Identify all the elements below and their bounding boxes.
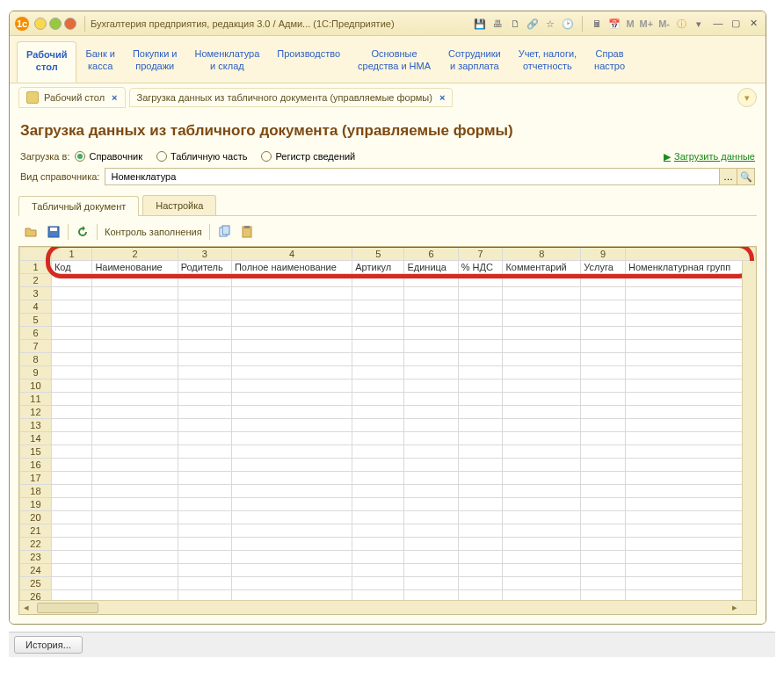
cell[interactable]	[581, 576, 626, 589]
history-button[interactable]: История...	[14, 636, 83, 654]
cell[interactable]	[178, 576, 231, 589]
row-header[interactable]: 7	[20, 339, 52, 352]
cell[interactable]	[51, 445, 91, 458]
cell[interactable]	[178, 484, 231, 497]
cell[interactable]	[503, 286, 581, 300]
cell[interactable]	[503, 563, 581, 576]
cell[interactable]	[51, 405, 91, 418]
cell[interactable]	[458, 273, 503, 286]
row-header[interactable]: 15	[20, 445, 52, 458]
cell[interactable]	[458, 418, 503, 431]
cell[interactable]	[231, 379, 352, 392]
cell[interactable]	[581, 339, 626, 352]
cell[interactable]	[458, 497, 503, 510]
cell[interactable]	[51, 484, 91, 497]
cell[interactable]	[178, 445, 231, 458]
col-header[interactable]	[625, 247, 755, 260]
row-header[interactable]: 5	[20, 313, 52, 326]
cell[interactable]	[458, 300, 503, 313]
cell[interactable]	[51, 392, 91, 405]
cell[interactable]	[581, 431, 626, 445]
cell[interactable]	[352, 576, 404, 589]
cell[interactable]	[92, 576, 178, 589]
cell[interactable]	[458, 576, 503, 589]
cell[interactable]	[92, 379, 178, 392]
fill-control-button[interactable]: Контроль заполнения	[103, 227, 204, 237]
cell[interactable]	[92, 273, 178, 286]
cell[interactable]	[178, 431, 231, 445]
col-header[interactable]: 9	[581, 247, 626, 260]
cell[interactable]	[458, 550, 503, 563]
cell[interactable]	[51, 286, 91, 300]
cell[interactable]	[178, 313, 231, 326]
cell[interactable]	[458, 510, 503, 524]
cell[interactable]	[581, 497, 626, 510]
cell[interactable]	[404, 352, 458, 365]
cell[interactable]	[51, 379, 91, 392]
cell[interactable]	[231, 352, 352, 365]
cell[interactable]	[404, 379, 458, 392]
radio-register[interactable]: Регистр сведений	[261, 151, 355, 162]
cell[interactable]	[231, 563, 352, 576]
cell[interactable]	[51, 431, 91, 445]
subtab-document[interactable]: Табличный документ	[18, 196, 139, 216]
cell[interactable]	[503, 313, 581, 326]
cell[interactable]	[231, 537, 352, 550]
cell[interactable]	[581, 550, 626, 563]
cell[interactable]	[503, 445, 581, 458]
cell[interactable]	[581, 510, 626, 524]
row-header[interactable]: 2	[20, 273, 52, 286]
cell[interactable]	[581, 484, 626, 497]
cell[interactable]	[625, 300, 755, 313]
maximize-button[interactable]: ▢	[729, 17, 743, 31]
cell[interactable]	[92, 550, 178, 563]
cell[interactable]	[625, 458, 755, 471]
cell[interactable]	[503, 392, 581, 405]
cell[interactable]	[503, 576, 581, 589]
cell[interactable]	[178, 563, 231, 576]
cell[interactable]	[352, 510, 404, 524]
cell[interactable]	[178, 510, 231, 524]
cell[interactable]	[352, 300, 404, 313]
cell[interactable]	[352, 405, 404, 418]
cell[interactable]	[625, 313, 755, 326]
cell[interactable]	[458, 563, 503, 576]
cell[interactable]	[458, 431, 503, 445]
cell[interactable]	[581, 273, 626, 286]
cell[interactable]	[581, 352, 626, 365]
row-header[interactable]: 14	[20, 431, 52, 445]
header-cell[interactable]: % НДС	[458, 260, 503, 273]
cell[interactable]	[178, 379, 231, 392]
row-header[interactable]: 1	[20, 260, 52, 273]
nav-accounting[interactable]: Учет, налоги,отчетность	[510, 41, 585, 83]
row-header[interactable]: 8	[20, 352, 52, 365]
cell[interactable]	[625, 550, 755, 563]
m-plus-button[interactable]: M+	[639, 17, 655, 31]
cell[interactable]	[404, 339, 458, 352]
open-file-icon[interactable]	[22, 223, 40, 241]
history-icon[interactable]: 🕑	[561, 17, 575, 31]
cell[interactable]	[352, 392, 404, 405]
spreadsheet[interactable]: 1234567891КодНаименованиеРодительПолное …	[18, 246, 757, 615]
cell[interactable]	[503, 379, 581, 392]
cell[interactable]	[231, 576, 352, 589]
cell[interactable]	[404, 510, 458, 524]
cell[interactable]	[178, 286, 231, 300]
cell[interactable]	[625, 365, 755, 379]
cell[interactable]	[503, 418, 581, 431]
cell[interactable]	[581, 458, 626, 471]
cell[interactable]	[92, 326, 178, 339]
col-header[interactable]: 1	[51, 247, 91, 260]
nav-hr[interactable]: Сотрудникии зарплата	[439, 41, 510, 83]
cell[interactable]	[625, 431, 755, 445]
cell[interactable]	[178, 392, 231, 405]
header-cell[interactable]: Код	[51, 260, 91, 273]
cell[interactable]	[92, 339, 178, 352]
save-icon[interactable]: 💾	[473, 17, 487, 31]
cell[interactable]	[404, 576, 458, 589]
cell[interactable]	[581, 405, 626, 418]
cell[interactable]	[231, 431, 352, 445]
cell[interactable]	[51, 576, 91, 589]
sys-button[interactable]	[34, 18, 47, 30]
cell[interactable]	[51, 524, 91, 537]
